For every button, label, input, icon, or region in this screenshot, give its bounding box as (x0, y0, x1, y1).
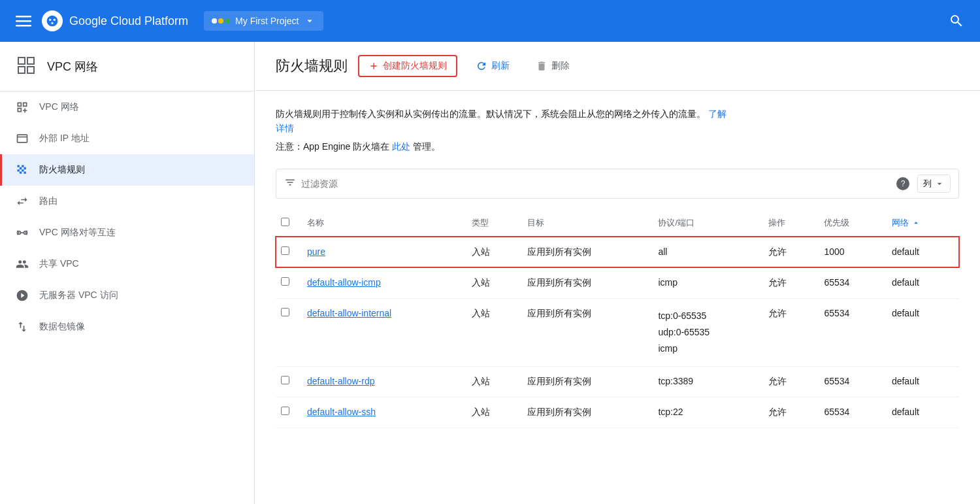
project-selector[interactable]: My First Project (204, 11, 323, 31)
table-header-row: 名称 类型 目标 协议/端口 操作 优先级 网络 (276, 209, 959, 237)
project-icon (212, 18, 230, 24)
row-checkbox-cell (276, 237, 302, 267)
table-row: default-allow-internal入站应用到所有实例tcp:0-655… (276, 298, 959, 367)
svg-rect-8 (18, 67, 25, 73)
cell-priority: 65534 (819, 397, 886, 428)
cell-priority: 65534 (819, 267, 886, 298)
vpc-network-icon (16, 101, 29, 114)
sidebar-item-shared-vpc[interactable]: 共享 VPC (0, 248, 254, 280)
cell-target: 应用到所有实例 (522, 298, 653, 367)
sidebar-label-shared-vpc: 共享 VPC (39, 258, 79, 270)
sidebar-label-firewall: 防火墙规则 (39, 164, 85, 176)
vpc-peering-icon (16, 226, 29, 239)
svg-rect-10 (18, 135, 27, 143)
filter-icon (284, 176, 296, 190)
svg-rect-2 (16, 25, 31, 27)
row-checkbox[interactable] (281, 277, 289, 286)
row-checkbox[interactable] (281, 376, 289, 384)
select-all-checkbox[interactable] (281, 218, 289, 226)
refresh-button[interactable]: 刷新 (468, 56, 517, 76)
rule-name-link[interactable]: default-allow-icmp (307, 277, 381, 288)
cell-type: 入站 (466, 298, 522, 367)
shared-vpc-icon (16, 258, 29, 271)
plus-icon (368, 61, 379, 71)
column-target: 目标 (522, 209, 653, 237)
svg-point-3 (49, 19, 51, 21)
chevron-down-icon (934, 178, 945, 189)
sidebar-item-external-ip[interactable]: 外部 IP 地址 (0, 123, 254, 154)
column-protocol: 协议/端口 (653, 209, 763, 237)
cell-name: pure (302, 237, 466, 267)
cell-name: default-allow-rdp (302, 367, 466, 397)
serverless-vpc-icon (16, 289, 29, 302)
firewall-icon (16, 163, 29, 176)
sidebar-label-serverless-vpc: 无服务器 VPC 访问 (39, 290, 118, 301)
svg-rect-6 (18, 58, 25, 64)
cell-name: default-allow-ssh (302, 397, 466, 428)
cell-action: 允许 (763, 367, 819, 397)
sidebar-label-packet-mirror: 数据包镜像 (39, 321, 85, 333)
cell-network: default (887, 267, 959, 298)
sidebar-item-firewall[interactable]: 防火墙规则 (0, 154, 254, 186)
table-row: default-allow-ssh入站应用到所有实例tcp:22允许65534d… (276, 397, 959, 428)
rule-name-link[interactable]: default-allow-ssh (307, 407, 376, 417)
app-title: Google Cloud Platform (69, 14, 188, 28)
cell-action: 允许 (763, 397, 819, 428)
cell-type: 入站 (466, 267, 522, 298)
external-ip-icon (16, 132, 29, 145)
sidebar-item-serverless-vpc[interactable]: 无服务器 VPC 访问 (0, 280, 254, 311)
rule-name-link[interactable]: default-allow-internal (307, 308, 391, 318)
columns-button[interactable]: 列 (917, 175, 951, 193)
rule-name-link[interactable]: default-allow-rdp (307, 376, 375, 386)
main-body: 防火墙规则用于控制传入实例和从实例传出的流量。默认情况下，系统会阻止从您的网络之… (255, 91, 980, 444)
row-checkbox[interactable] (281, 246, 289, 255)
row-checkbox[interactable] (281, 407, 289, 415)
sidebar-item-vpc-peering[interactable]: VPC 网络对等互连 (0, 217, 254, 248)
filter-input[interactable] (301, 178, 896, 189)
notice-link[interactable]: 此处 (392, 141, 410, 152)
cell-network: default (887, 298, 959, 367)
cell-network: default (887, 237, 959, 267)
notice-text: 注意：App Engine 防火墙在 此处 管理。 (276, 141, 959, 153)
cell-type: 入站 (466, 397, 522, 428)
help-icon[interactable]: ? (896, 177, 909, 190)
cell-type: 入站 (466, 237, 522, 267)
cell-protocol: icmp (653, 267, 763, 298)
main-content: 防火墙规则 创建防火墙规则 刷新 删除 防 (255, 42, 980, 504)
sidebar-label-vpc-peering: VPC 网络对等互连 (39, 227, 116, 239)
column-network: 网络 (887, 209, 959, 237)
cell-target: 应用到所有实例 (522, 237, 653, 267)
sidebar-title: VPC 网络 (47, 59, 98, 75)
sort-up-icon (911, 218, 921, 227)
search-icon[interactable] (943, 8, 970, 34)
cell-priority: 1000 (819, 237, 886, 267)
svg-rect-7 (27, 58, 34, 64)
sidebar-item-packet-mirror[interactable]: 数据包镜像 (0, 311, 254, 343)
cell-priority: 65534 (819, 298, 886, 367)
create-firewall-button[interactable]: 创建防火墙规则 (358, 55, 457, 77)
cell-target: 应用到所有实例 (522, 367, 653, 397)
row-checkbox[interactable] (281, 308, 289, 316)
column-priority: 优先级 (819, 209, 886, 237)
top-header: Google Cloud Platform My First Project (0, 0, 980, 42)
chevron-down-icon (304, 15, 316, 27)
sidebar-item-routes[interactable]: 路由 (0, 186, 254, 217)
svg-rect-9 (27, 67, 34, 73)
app-logo: Google Cloud Platform (42, 10, 188, 31)
column-action: 操作 (763, 209, 819, 237)
cell-priority: 65534 (819, 367, 886, 397)
cell-protocol: tcp:22 (653, 397, 763, 428)
table-row: pure入站应用到所有实例all允许1000default (276, 237, 959, 267)
rule-name-link[interactable]: pure (307, 246, 325, 257)
sidebar: VPC 网络 VPC 网络 外部 IP 地址 (0, 42, 255, 504)
sidebar-item-vpc[interactable]: VPC 网络 (0, 92, 254, 123)
svg-point-4 (54, 19, 56, 21)
cell-network: default (887, 367, 959, 397)
menu-icon[interactable] (10, 8, 37, 34)
header-checkbox-cell (276, 209, 302, 237)
column-name: 名称 (302, 209, 466, 237)
delete-button[interactable]: 删除 (528, 56, 578, 76)
cell-type: 入站 (466, 367, 522, 397)
project-name: My First Project (235, 16, 299, 26)
cell-target: 应用到所有实例 (522, 267, 653, 298)
